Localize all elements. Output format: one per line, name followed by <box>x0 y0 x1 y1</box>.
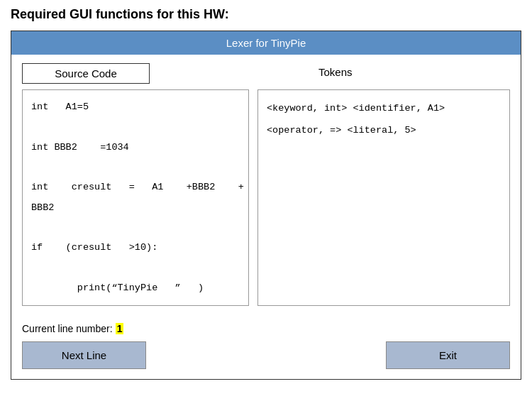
buttons-row: Next Line Exit <box>22 341 510 369</box>
source-code-panel: int A1=5 int BBB2 =1034 int cresult = A1… <box>22 89 249 306</box>
current-line-number: 1 <box>116 323 124 334</box>
page-title: Required GUI functions for this HW: <box>11 7 521 22</box>
current-line-label: Current line number: <box>22 323 113 334</box>
content-area: Source Code Tokens int A1=5 int BBB2 =10… <box>11 55 521 314</box>
next-line-button[interactable]: Next Line <box>22 341 146 369</box>
current-line-row: Current line number: 1 <box>22 323 510 334</box>
title-bar: Lexer for TinyPie <box>11 31 521 55</box>
bottom-section: Current line number: 1 Next Line Exit <box>11 323 521 379</box>
exit-button[interactable]: Exit <box>386 341 510 369</box>
source-code-label: Source Code <box>22 63 150 84</box>
panels-row: int A1=5 int BBB2 =1034 int cresult = A1… <box>22 89 510 306</box>
labels-row: Source Code Tokens <box>22 63 510 84</box>
main-window: Lexer for TinyPie Source Code Tokens int… <box>11 31 521 380</box>
tokens-label: Tokens <box>297 63 510 84</box>
tokens-panel: <keyword, int> <identifier, A1> <operato… <box>257 89 510 306</box>
